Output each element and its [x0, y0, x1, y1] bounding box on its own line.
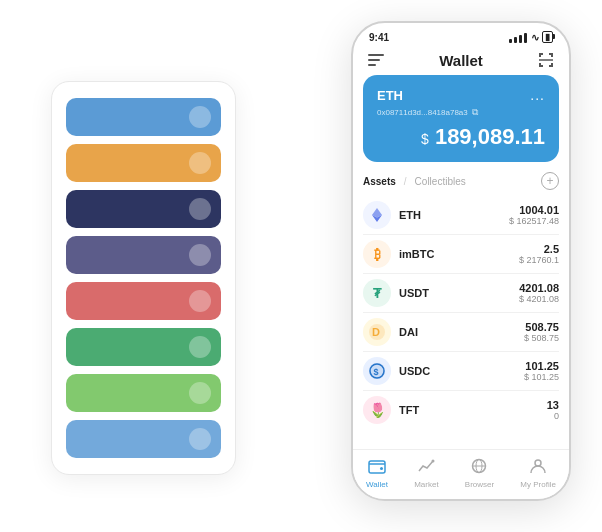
asset-row-usdt[interactable]: ₮ USDT 4201.08 $ 4201.08 [363, 274, 559, 313]
signal-icon [509, 32, 528, 43]
asset-values-usdc: 101.25 $ 101.25 [524, 360, 559, 382]
asset-left: D DAI [363, 318, 418, 346]
nav-profile[interactable]: My Profile [520, 458, 556, 489]
imbtc-amount: 2.5 [519, 243, 559, 255]
dai-icon: D [363, 318, 391, 346]
eth-card[interactable]: ETH ... 0x08711d3d...8418a78a3 ⧉ $ 189,0… [363, 75, 559, 162]
stack-card-2[interactable] [66, 144, 221, 182]
imbtc-icon: ₿ [363, 240, 391, 268]
status-icons: ∿ ▮ [509, 31, 553, 43]
dai-amount: 508.75 [524, 321, 559, 333]
svg-text:D: D [372, 326, 380, 338]
tft-usd: 0 [547, 411, 559, 421]
asset-name-dai: DAI [399, 326, 418, 338]
browser-nav-label: Browser [465, 480, 494, 489]
stack-card-5[interactable] [66, 282, 221, 320]
asset-left: ₿ imBTC [363, 240, 434, 268]
stack-card-3[interactable] [66, 190, 221, 228]
asset-values-imbtc: 2.5 $ 21760.1 [519, 243, 559, 265]
usdc-amount: 101.25 [524, 360, 559, 372]
eth-card-balance: $ 189,089.11 [377, 124, 545, 150]
phone-nav: Wallet [353, 47, 569, 75]
eth-card-symbol: ETH [377, 88, 403, 103]
asset-row-eth[interactable]: ETH 1004.01 $ 162517.48 [363, 196, 559, 235]
card-dot [189, 198, 211, 220]
nav-market[interactable]: Market [414, 458, 438, 489]
card-dot [189, 336, 211, 358]
eth-icon [363, 201, 391, 229]
status-bar: 9:41 ∿ ▮ [353, 23, 569, 47]
svg-rect-2 [368, 64, 376, 66]
svg-point-13 [432, 460, 435, 463]
nav-browser[interactable]: Browser [465, 458, 494, 489]
svg-rect-11 [369, 461, 385, 473]
battery-icon: ▮ [542, 31, 553, 43]
scene: 9:41 ∿ ▮ [21, 21, 581, 511]
asset-name-eth: ETH [399, 209, 421, 221]
stack-card-7[interactable] [66, 374, 221, 412]
asset-row-dai[interactable]: D DAI 508.75 $ 508.75 [363, 313, 559, 352]
stack-card-6[interactable] [66, 328, 221, 366]
asset-row-imbtc[interactable]: ₿ imBTC 2.5 $ 21760.1 [363, 235, 559, 274]
tab-collectibles[interactable]: Collectibles [415, 176, 466, 187]
stack-card-8[interactable] [66, 420, 221, 458]
market-nav-label: Market [414, 480, 438, 489]
eth-usd: $ 162517.48 [509, 216, 559, 226]
profile-nav-icon [529, 458, 547, 478]
nav-wallet[interactable]: Wallet [366, 458, 388, 489]
profile-nav-label: My Profile [520, 480, 556, 489]
wifi-icon: ∿ [531, 32, 539, 43]
asset-left: $ USDC [363, 357, 430, 385]
assets-tabs: Assets / Collectibles [363, 176, 466, 187]
phone-shell: 9:41 ∿ ▮ [351, 21, 571, 501]
usdt-icon: ₮ [363, 279, 391, 307]
wallet-nav-label: Wallet [366, 480, 388, 489]
asset-list: ETH 1004.01 $ 162517.48 ₿ imBTC 2.5 $ 21… [363, 196, 559, 429]
asset-name-tft: TFT [399, 404, 419, 416]
eth-card-header: ETH ... [377, 87, 545, 103]
tab-assets[interactable]: Assets [363, 176, 396, 187]
asset-row-usdc[interactable]: $ USDC 101.25 $ 101.25 [363, 352, 559, 391]
card-dot [189, 152, 211, 174]
eth-card-address: 0x08711d3d...8418a78a3 ⧉ [377, 107, 545, 118]
eth-card-menu[interactable]: ... [530, 87, 545, 103]
dai-usd: $ 508.75 [524, 333, 559, 343]
card-dot [189, 244, 211, 266]
asset-values-usdt: 4201.08 $ 4201.08 [519, 282, 559, 304]
asset-left: ETH [363, 201, 421, 229]
copy-icon[interactable]: ⧉ [472, 107, 478, 118]
add-asset-button[interactable]: + [541, 172, 559, 190]
svg-rect-1 [368, 59, 380, 61]
asset-values-dai: 508.75 $ 508.75 [524, 321, 559, 343]
scan-icon[interactable] [537, 51, 555, 69]
stack-card-1[interactable] [66, 98, 221, 136]
usdc-icon: $ [363, 357, 391, 385]
bottom-nav: Wallet Market [353, 449, 569, 499]
assets-header: Assets / Collectibles + [363, 172, 559, 190]
phone-content: ETH ... 0x08711d3d...8418a78a3 ⧉ $ 189,0… [353, 75, 569, 449]
imbtc-usd: $ 21760.1 [519, 255, 559, 265]
market-nav-icon [417, 458, 435, 478]
asset-left: 🌷 TFT [363, 396, 419, 424]
usdc-usd: $ 101.25 [524, 372, 559, 382]
svg-text:$: $ [374, 367, 379, 377]
asset-name-usdc: USDC [399, 365, 430, 377]
tft-amount: 13 [547, 399, 559, 411]
nav-title: Wallet [439, 52, 483, 69]
asset-name-imbtc: imBTC [399, 248, 434, 260]
card-dot [189, 428, 211, 450]
stack-card-4[interactable] [66, 236, 221, 274]
asset-row-tft[interactable]: 🌷 TFT 13 0 [363, 391, 559, 429]
svg-point-17 [535, 460, 541, 466]
eth-amount: 1004.01 [509, 204, 559, 216]
tab-divider: / [404, 176, 407, 187]
asset-left: ₮ USDT [363, 279, 429, 307]
menu-icon[interactable] [367, 51, 385, 69]
wallet-nav-icon [368, 458, 386, 478]
card-dot [189, 382, 211, 404]
browser-nav-icon [470, 458, 488, 478]
usdt-usd: $ 4201.08 [519, 294, 559, 304]
tft-icon: 🌷 [363, 396, 391, 424]
svg-rect-0 [368, 54, 384, 56]
asset-name-usdt: USDT [399, 287, 429, 299]
